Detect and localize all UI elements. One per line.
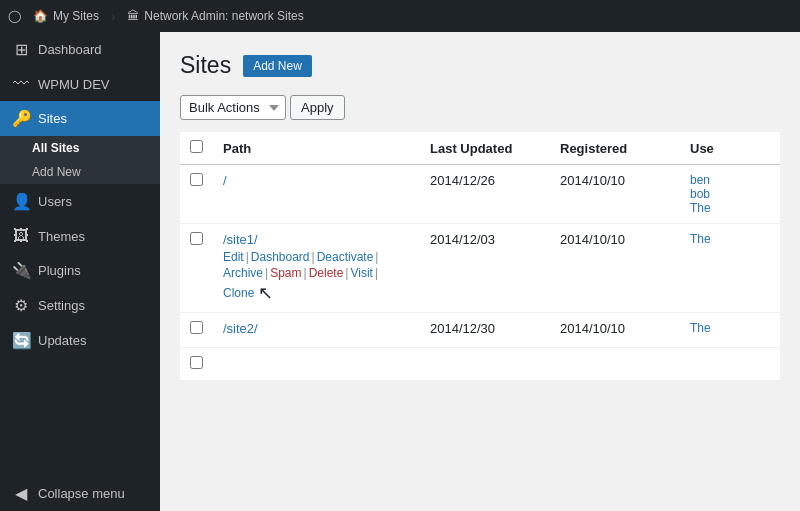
user-link[interactable]: The xyxy=(690,201,770,215)
bulk-actions-select[interactable]: Bulk Actions xyxy=(180,95,286,120)
user-link[interactable]: ben xyxy=(690,173,770,187)
archive-action[interactable]: Archive xyxy=(223,266,263,280)
registered-cell: 2014/10/10 xyxy=(550,165,680,224)
site-path-link[interactable]: / xyxy=(223,173,410,188)
table-header-row: Path Last Updated Registered Use xyxy=(180,132,780,165)
sidebar-sub-add-new[interactable]: Add New xyxy=(0,160,160,184)
users-cell: The xyxy=(680,224,780,313)
row-checkbox[interactable] xyxy=(190,321,203,334)
app-layout: ⊞ Dashboard 〰 WPMU DEV 🔑 Sites All Sites… xyxy=(0,32,800,511)
page-title: Sites xyxy=(180,52,231,79)
users-icon: 👤 xyxy=(12,192,30,211)
sites-icon: 🔑 xyxy=(12,109,30,128)
themes-icon: 🖼 xyxy=(12,227,30,245)
table-row: / 2014/12/26 2014/10/10 ben bob The xyxy=(180,165,780,224)
top-bar: ◯ 🏠 My Sites › 🏛 Network Admin: network … xyxy=(0,0,800,32)
sidebar-item-users[interactable]: 👤 Users xyxy=(0,184,160,219)
my-sites-link[interactable]: 🏠 My Sites xyxy=(33,9,99,23)
sidebar-sub-all-sites[interactable]: All Sites xyxy=(0,136,160,160)
dashboard-icon: ⊞ xyxy=(12,40,30,59)
users-col-header: Use xyxy=(680,132,780,165)
users-cell: The xyxy=(680,313,780,348)
registered-cell: 2014/10/10 xyxy=(550,224,680,313)
main-content: Sites Add New Bulk Actions Apply Path La… xyxy=(160,32,800,511)
toolbar: Bulk Actions Apply xyxy=(180,95,780,120)
sidebar-item-themes[interactable]: 🖼 Themes xyxy=(0,219,160,253)
sidebar-item-dashboard[interactable]: ⊞ Dashboard xyxy=(0,32,160,67)
last-updated-col-header: Last Updated xyxy=(420,132,550,165)
select-all-col xyxy=(180,132,213,165)
site-path-link[interactable]: /site2/ xyxy=(223,321,410,336)
page-title-row: Sites Add New xyxy=(180,52,780,79)
collapse-icon: ◀ xyxy=(12,484,30,503)
path-cell: /site2/ xyxy=(213,313,420,348)
wp-logo-icon[interactable]: ◯ xyxy=(8,9,21,23)
row-checkbox-cell xyxy=(180,348,213,381)
table-row xyxy=(180,348,780,381)
clone-action[interactable]: Clone xyxy=(223,286,254,300)
row-checkbox-cell xyxy=(180,224,213,313)
sidebar-item-settings[interactable]: ⚙ Settings xyxy=(0,288,160,323)
sidebar-item-sites[interactable]: 🔑 Sites xyxy=(0,101,160,136)
row-checkbox[interactable] xyxy=(190,232,203,245)
last-updated-cell: 2014/12/30 xyxy=(420,313,550,348)
path-cell: /site1/ Edit | Dashboard | Deactivate | … xyxy=(213,224,420,313)
row-checkbox[interactable] xyxy=(190,173,203,186)
updates-icon: 🔄 xyxy=(12,331,30,350)
sites-table: Path Last Updated Registered Use / 2014/… xyxy=(180,132,780,381)
wpmu-icon: 〰 xyxy=(12,75,30,93)
table-row: /site2/ 2014/12/30 2014/10/10 The xyxy=(180,313,780,348)
cursor-pointer: ↖ xyxy=(258,282,273,304)
table-row: /site1/ Edit | Dashboard | Deactivate | … xyxy=(180,224,780,313)
spam-action[interactable]: Spam xyxy=(270,266,301,280)
delete-action[interactable]: Delete xyxy=(309,266,344,280)
dashboard-action[interactable]: Dashboard xyxy=(251,250,310,264)
user-link[interactable]: bob xyxy=(690,187,770,201)
add-new-button[interactable]: Add New xyxy=(243,55,312,77)
site-path-link[interactable]: /site1/ xyxy=(223,232,410,247)
apply-button[interactable]: Apply xyxy=(290,95,345,120)
registered-cell: 2014/10/10 xyxy=(550,313,680,348)
row-actions: Edit | Dashboard | Deactivate | Archive … xyxy=(223,250,410,304)
sidebar: ⊞ Dashboard 〰 WPMU DEV 🔑 Sites All Sites… xyxy=(0,32,160,511)
user-link[interactable]: The xyxy=(690,321,770,335)
user-link[interactable]: The xyxy=(690,232,770,246)
settings-icon: ⚙ xyxy=(12,296,30,315)
users-cell: ben bob The xyxy=(680,165,780,224)
edit-action[interactable]: Edit xyxy=(223,250,244,264)
network-admin-link[interactable]: 🏛 Network Admin: network Sites xyxy=(127,9,303,23)
network-icon: 🏛 xyxy=(127,9,139,23)
visit-action[interactable]: Visit xyxy=(350,266,372,280)
last-updated-cell: 2014/12/03 xyxy=(420,224,550,313)
path-cell: / xyxy=(213,165,420,224)
row-checkbox[interactable] xyxy=(190,356,203,369)
path-col-header: Path xyxy=(213,132,420,165)
collapse-menu-button[interactable]: ◀ Collapse menu xyxy=(0,476,160,511)
registered-col-header: Registered xyxy=(550,132,680,165)
sites-submenu: All Sites Add New xyxy=(0,136,160,184)
last-updated-cell: 2014/12/26 xyxy=(420,165,550,224)
row-checkbox-cell xyxy=(180,313,213,348)
sidebar-item-wpmu[interactable]: 〰 WPMU DEV xyxy=(0,67,160,101)
my-sites-icon: 🏠 xyxy=(33,9,48,23)
deactivate-action[interactable]: Deactivate xyxy=(317,250,374,264)
sidebar-item-updates[interactable]: 🔄 Updates xyxy=(0,323,160,358)
row-checkbox-cell xyxy=(180,165,213,224)
plugins-icon: 🔌 xyxy=(12,261,30,280)
select-all-checkbox[interactable] xyxy=(190,140,203,153)
sidebar-item-plugins[interactable]: 🔌 Plugins xyxy=(0,253,160,288)
